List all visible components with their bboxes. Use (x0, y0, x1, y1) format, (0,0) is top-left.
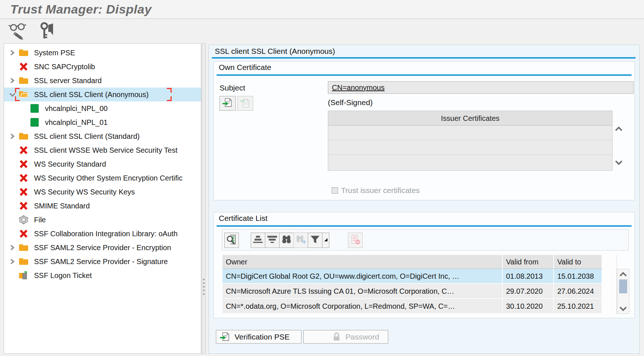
details-icon (226, 234, 237, 246)
verification-pse-icon (219, 331, 231, 342)
filter-icon (310, 234, 321, 246)
cell-valid-from[interactable]: 29.07.2020 (503, 284, 554, 299)
export-certificate-button[interactable] (220, 96, 236, 111)
tree-item[interactable]: SNC SAPCryptolib (4, 60, 201, 74)
self-signed-label: (Self-Signed) (328, 98, 373, 107)
verification-pse-button[interactable]: Verification PSE (216, 330, 302, 344)
tree-item-label: SSL server Standard (34, 74, 102, 88)
tree-item[interactable]: SSF SAML2 Service Provider - Encryption (4, 241, 201, 255)
tree-item[interactable]: vhcalnplci_NPL_01 (4, 115, 201, 129)
delete-certificate-button (348, 233, 363, 248)
cell-owner[interactable]: CN=*.odata.org, O=Microsoft Corporation,… (222, 299, 503, 314)
issuer-empty-row (328, 126, 612, 140)
cell-valid-to[interactable]: 25.10.2021 (554, 299, 602, 314)
tree-item-label: SSF SAML2 Service Provider - Encryption (34, 241, 171, 255)
certificate-row[interactable]: CN=*.odata.org, O=Microsoft Corporation,… (222, 299, 629, 314)
header-rule (212, 57, 636, 59)
sort-desc-button[interactable] (265, 233, 280, 248)
expander-expand-icon[interactable] (9, 78, 16, 84)
filter-button[interactable] (308, 233, 322, 248)
green-square-icon (30, 118, 40, 127)
column-valid-from[interactable]: Valid from (503, 255, 554, 269)
subject-field[interactable]: CN=anonymous (328, 81, 634, 94)
tree-item[interactable]: SSL client SSL Client (Standard) (4, 129, 201, 143)
folder-doc-icon (19, 271, 29, 280)
tree-item[interactable]: SSF Logon Ticket (4, 268, 201, 282)
password-label: Password (345, 333, 379, 341)
find-next-icon (295, 234, 306, 246)
column-valid-to[interactable]: Valid to (554, 255, 602, 269)
red-x-icon (19, 145, 29, 155)
column-owner[interactable]: Owner (222, 255, 503, 269)
certificate-row[interactable]: CN=DigiCert Global Root G2, OU=www.digic… (222, 269, 629, 284)
tree-item-label: SSL client WSSE Web Service Security Tes… (34, 143, 177, 157)
folder-closed-icon (19, 243, 29, 252)
export-doc-icon (222, 97, 233, 110)
folder-closed-icon (19, 76, 29, 85)
tree-item[interactable]: WS Security Standard (4, 157, 201, 171)
own-certificate-title: Own Certificate (219, 63, 272, 72)
issuer-scroll-down-icon[interactable] (615, 160, 623, 166)
cell-owner[interactable]: CN=DigiCert Global Root G2, OU=www.digic… (222, 269, 503, 284)
cell-filler (602, 284, 617, 299)
cert-scroll-thumb[interactable] (619, 279, 627, 293)
tree-item-label: File (34, 213, 46, 227)
tree-item[interactable]: System PSE (4, 46, 201, 60)
expander-expand-icon[interactable] (9, 259, 16, 264)
certificate-row[interactable]: CN=Microsoft Azure TLS Issuing CA 01, O=… (222, 284, 629, 299)
cell-owner[interactable]: CN=Microsoft Azure TLS Issuing CA 01, O=… (222, 284, 503, 299)
sort-asc-icon (252, 234, 263, 246)
expander-expand-icon[interactable] (9, 133, 16, 139)
import-doc-icon (239, 97, 251, 110)
display-change-icon[interactable] (8, 21, 27, 41)
expander-expand-icon[interactable] (9, 245, 16, 251)
tree-item-label: SSL client SSL Client (Standard) (34, 129, 140, 143)
issuer-empty-row (328, 140, 612, 155)
cert-scroll-down-icon[interactable] (619, 306, 627, 312)
tree-item[interactable]: SSF Collaboration Integration Library: o… (4, 227, 201, 241)
certificate-table-scrollbar[interactable] (617, 269, 629, 314)
sort-asc-button[interactable] (251, 233, 265, 248)
tree-item[interactable]: File (4, 213, 201, 227)
tree-item-label: WS Security Other System Encryption Cert… (34, 171, 183, 185)
tree-item[interactable]: SSL client SSL Client (Anonymous) (4, 88, 201, 101)
detail-panel-title: SSL client SSL Client (Anonymous) (215, 47, 335, 56)
tree-item[interactable]: SSL server Standard (4, 74, 201, 88)
cert-scroll-up-icon[interactable] (619, 271, 627, 277)
green-square-icon (30, 104, 40, 113)
issuer-empty-row (328, 155, 612, 170)
own-certificate-rule (217, 74, 632, 76)
cell-valid-to[interactable]: 27.06.2024 (554, 284, 602, 299)
details-button[interactable] (224, 233, 239, 248)
filter-dropdown-button[interactable] (322, 233, 329, 248)
tree-item-label: SSF Collaboration Integration Library: o… (34, 227, 177, 241)
cell-filler (602, 269, 617, 284)
cell-valid-from[interactable]: 30.10.2020 (503, 299, 554, 314)
red-x-icon (19, 62, 29, 71)
page-title: Trust Manager: Display (10, 2, 151, 16)
find-button[interactable] (279, 233, 294, 248)
tree-item-label: vhcalnplci_NPL_01 (45, 115, 108, 129)
tree-item[interactable]: SSL client WSSE Web Service Security Tes… (4, 143, 201, 157)
expander-expand-icon[interactable] (9, 50, 16, 56)
red-x-icon (19, 159, 29, 169)
pse-key-icon[interactable] (38, 21, 57, 41)
tree-item[interactable]: SSF SAML2 Service Provider - Signature (4, 255, 201, 268)
verification-pse-label: Verification PSE (235, 333, 290, 341)
cell-valid-to[interactable]: 15.01.2038 (554, 269, 602, 284)
gray-box-icon (19, 215, 29, 225)
app-toolbar (0, 20, 644, 42)
sort-desc-icon (267, 234, 278, 246)
tree-item[interactable]: WS Security WS Security Keys (4, 185, 201, 199)
trust-issuer-checkbox-row: Trust issuer certificates (332, 186, 420, 195)
tree-item[interactable]: vhcalnplci_NPL_00 (4, 101, 201, 115)
tree-item-label: WS Security Standard (34, 157, 106, 171)
tree-item[interactable]: SMIME Standard (4, 199, 201, 213)
tree-item[interactable]: WS Security Other System Encryption Cert… (4, 171, 201, 185)
tree-splitter[interactable] (202, 43, 206, 354)
expander-collapse-icon[interactable] (9, 92, 16, 97)
find-next-button (293, 233, 308, 248)
folder-open-icon (19, 90, 29, 99)
cell-valid-from[interactable]: 01.08.2013 (503, 269, 554, 284)
issuer-scroll-up-icon[interactable] (615, 126, 623, 132)
